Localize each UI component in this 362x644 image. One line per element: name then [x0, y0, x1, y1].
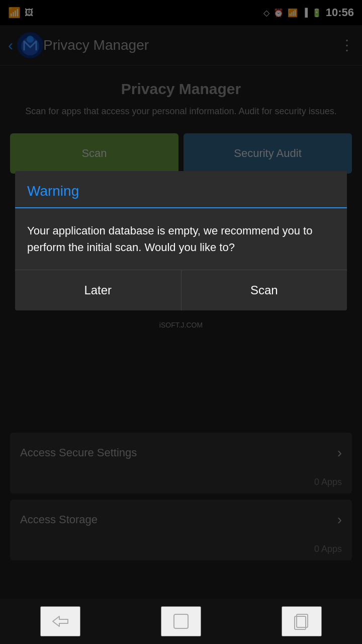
dialog-buttons: Later Scan — [15, 270, 347, 310]
bottom-nav — [0, 599, 362, 644]
back-button[interactable] — [40, 606, 80, 636]
dialog-title: Warning — [27, 183, 79, 199]
svg-rect-3 — [174, 614, 188, 628]
later-button[interactable]: Later — [15, 270, 182, 310]
dialog-header: Warning — [15, 171, 347, 208]
dialog-body: Your application database is empty, we r… — [15, 208, 347, 270]
scan-button[interactable]: Scan — [182, 270, 347, 310]
dialog-message: Your application database is empty, we r… — [27, 222, 335, 256]
warning-dialog: Warning Your application database is emp… — [15, 171, 347, 310]
recent-apps-button[interactable] — [282, 606, 322, 636]
dialog-overlay: Warning Your application database is emp… — [0, 0, 362, 644]
home-button[interactable] — [161, 606, 201, 636]
